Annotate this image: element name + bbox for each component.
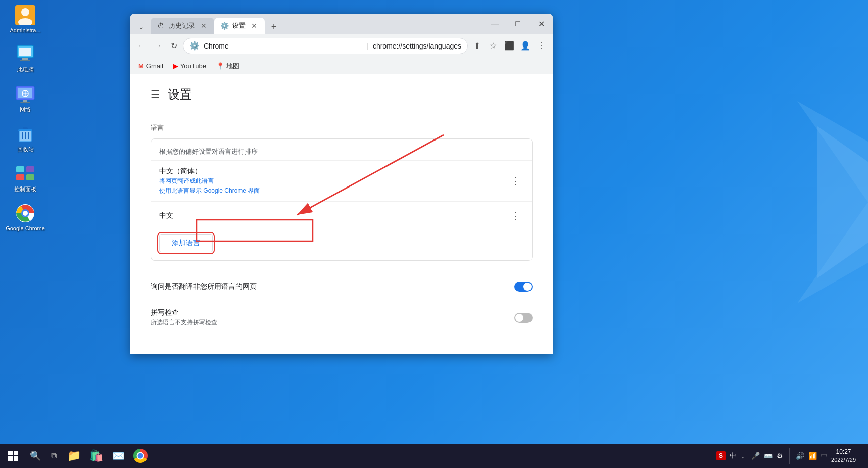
language-card: 根据您的偏好设置对语言进行排序 中文（简体） 将网页翻译成此语言 使用此语言显示… — [151, 138, 533, 261]
translate-setting-info: 询问是否翻译非您所用语言的网页 — [151, 282, 514, 291]
taskbar-mail-button[interactable]: ✉️ — [107, 445, 129, 467]
taskbar-systray: S 中 ·。 🎤 ⌨️ ⚙ 🔊 📶 中 10:27 2022/7/29 — [716, 446, 868, 466]
bookmarks-bar: M Gmail ▶ YouTube 📍 地图 — [130, 58, 553, 74]
taskbar-task-view-button[interactable]: ⧉ — [44, 445, 63, 467]
tab-scroll-btn[interactable]: ⌄ — [134, 20, 149, 34]
windows-logo-icon — [8, 451, 18, 461]
svg-rect-23 — [26, 174, 34, 180]
ime-zh-indicator[interactable]: 中 — [730, 451, 736, 460]
spellcheck-setting-row: 拼写检查 所选语言不支持拼写检查 — [151, 300, 533, 335]
start-button[interactable] — [0, 445, 26, 467]
svg-rect-20 — [16, 166, 24, 172]
store-icon: 🛍️ — [89, 449, 103, 462]
desktop-icon-recycle-bin[interactable]: 回收站 — [5, 123, 45, 153]
show-desktop-button[interactable] — [860, 446, 864, 466]
svg-marker-27 — [797, 101, 868, 303]
svg-rect-16 — [23, 127, 28, 129]
volume-icon[interactable]: 📶 — [808, 452, 817, 460]
close-button[interactable]: ✕ — [529, 16, 553, 32]
taskbar-clock[interactable]: 10:27 2022/7/29 — [831, 448, 856, 463]
url-bar[interactable]: ⚙️ Chrome | chrome://settings/languages — [183, 38, 468, 54]
url-path: chrome://settings/languages — [373, 42, 461, 50]
new-tab-button[interactable]: + — [267, 20, 281, 34]
battery-icon: 中 — [821, 452, 827, 460]
extension-button[interactable]: ⬛ — [502, 39, 516, 53]
my-computer-icon — [15, 43, 35, 64]
network-systray-icon[interactable]: 🔊 — [796, 452, 804, 460]
spellcheck-setting-sub: 所选语言不支持拼写检查 — [151, 318, 514, 327]
forward-button[interactable]: → — [151, 39, 165, 53]
maps-icon: 📍 — [216, 62, 224, 70]
task-view-icon: ⧉ — [51, 451, 57, 460]
browser-window: ⌄ ⏱ 历史记录 ✕ ⚙️ 设置 ✕ + — □ ✕ — [130, 14, 553, 354]
svg-point-26 — [23, 211, 28, 216]
taskbar-time: 10:27 — [831, 448, 856, 456]
translate-toggle-knob — [523, 283, 532, 291]
tab-history[interactable]: ⏱ 历史记录 ✕ — [151, 18, 214, 34]
bookmark-maps[interactable]: 📍 地图 — [212, 60, 244, 73]
youtube-icon: ▶ — [173, 62, 178, 70]
administrator-icon — [15, 5, 35, 25]
desktop-icon-control-panel[interactable]: 控制面板 — [5, 163, 45, 193]
language-sub1-zh-hans: 将网页翻译成此语言 — [159, 177, 508, 185]
menu-button[interactable]: ⋮ — [535, 39, 549, 53]
maximize-button[interactable]: □ — [506, 16, 529, 32]
chrome-taskbar-icon — [133, 449, 148, 463]
reload-button[interactable]: ↻ — [167, 39, 181, 53]
add-language-button[interactable]: 添加语言 — [159, 234, 213, 252]
gmail-label: Gmail — [146, 62, 163, 70]
spellcheck-toggle[interactable] — [514, 313, 533, 323]
microphone-icon[interactable]: 🎤 — [751, 452, 760, 460]
bookmark-youtube[interactable]: ▶ YouTube — [169, 60, 210, 72]
svg-marker-28 — [817, 126, 868, 278]
profile-button[interactable]: 👤 — [518, 39, 533, 53]
address-bar: ← → ↻ ⚙️ Chrome | chrome://settings/lang… — [130, 34, 553, 58]
back-button[interactable]: ← — [134, 39, 149, 53]
svg-rect-4 — [19, 48, 31, 56]
desktop-icon-google-chrome[interactable]: Google Chrome — [5, 203, 45, 231]
youtube-label: YouTube — [180, 62, 206, 70]
language-info-zh: 中文 — [159, 211, 508, 220]
url-site-name: Chrome — [204, 42, 363, 50]
file-explorer-icon: 📁 — [67, 449, 81, 462]
desktop-icons-container: Administra... 此电脑 — [5, 5, 45, 231]
taskbar: 🔍 ⧉ 📁 🛍️ ✉️ S 中 ·。 🎤 ⌨️ ⚙ — [0, 444, 868, 468]
control-panel-label: 控制面板 — [14, 185, 36, 193]
keyboard-icon[interactable]: ⌨️ — [764, 452, 773, 460]
language-menu-button-zh[interactable]: ⋮ — [508, 208, 524, 224]
desktop-icon-network[interactable]: 网络 — [5, 83, 45, 113]
taskbar-file-explorer-button[interactable]: 📁 — [63, 445, 85, 467]
tab-settings-close[interactable]: ✕ — [250, 21, 259, 30]
settings-header: ☰ 设置 — [151, 86, 533, 111]
taskbar-search-button[interactable]: 🔍 — [26, 445, 44, 467]
language-name-zh: 中文 — [159, 211, 508, 220]
taskbar-chrome-button[interactable] — [129, 445, 152, 467]
bookmark-gmail[interactable]: M Gmail — [134, 60, 167, 72]
desktop-icon-my-computer[interactable]: 此电脑 — [5, 43, 45, 73]
recycle-bin-icon — [15, 123, 35, 144]
taskbar-store-button[interactable]: 🛍️ — [85, 445, 107, 467]
svg-rect-5 — [22, 58, 28, 60]
desktop-icon-administrator[interactable]: Administra... — [5, 5, 45, 33]
sidebar-toggle-button[interactable]: ☰ — [151, 88, 160, 101]
spellcheck-toggle-knob — [515, 314, 523, 322]
minimize-button[interactable]: — — [483, 16, 506, 32]
url-pipe: | — [367, 42, 369, 50]
bookmark-button[interactable]: ☆ — [486, 39, 500, 53]
spellcheck-setting-label: 拼写检查 — [151, 308, 514, 317]
translate-toggle[interactable] — [514, 282, 533, 292]
tab-history-favicon: ⏱ — [157, 22, 165, 30]
tab-history-close[interactable]: ✕ — [199, 21, 208, 30]
tab-settings[interactable]: ⚙️ 设置 ✕ — [214, 18, 265, 34]
share-button[interactable]: ⬆ — [470, 39, 484, 53]
svg-rect-10 — [20, 102, 30, 103]
address-right-controls: ⬆ ☆ ⬛ 👤 ⋮ — [470, 39, 549, 53]
taskbar-date: 2022/7/29 — [831, 456, 856, 463]
language-menu-button-zh-hans[interactable]: ⋮ — [508, 173, 524, 189]
ime-indicator[interactable]: S — [716, 451, 726, 460]
network-icon — [15, 83, 35, 104]
settings-main: ☰ 设置 语言 根据您的偏好设置对语言进行排序 中文（简体） 将网页翻译成此语言… — [130, 74, 553, 354]
language-info-zh-hans: 中文（简体） 将网页翻译成此语言 使用此语言显示 Google Chrome 界… — [159, 167, 508, 195]
ime-settings-icon[interactable]: ⚙ — [777, 452, 783, 460]
svg-point-1 — [21, 8, 29, 16]
